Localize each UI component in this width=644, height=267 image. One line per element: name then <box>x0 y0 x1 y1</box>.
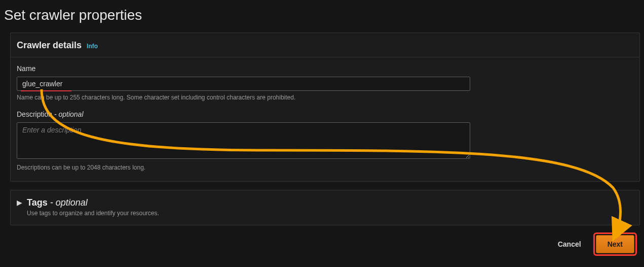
cancel-button[interactable]: Cancel <box>555 236 584 253</box>
page-title: Set crawler properties <box>0 0 644 32</box>
name-label: Name <box>17 64 629 73</box>
tags-heading: Tags - optional <box>27 197 159 208</box>
tags-panel: ▶ Tags - optional Use tags to organize a… <box>10 190 640 225</box>
crawler-details-panel: Crawler details Info Name Name can be up… <box>10 32 640 182</box>
description-field: Description - optional Descriptions can … <box>17 110 629 171</box>
next-button[interactable]: Next <box>596 235 634 253</box>
expand-caret-icon[interactable]: ▶ <box>17 197 22 208</box>
description-label-text: Description <box>17 110 52 118</box>
crawler-details-heading: Crawler details <box>17 40 82 51</box>
tags-description: Use tags to organize and identify your r… <box>27 210 159 217</box>
tags-optional: - optional <box>48 197 88 208</box>
description-label: Description - optional <box>17 110 629 118</box>
name-field: Name Name can be up to 255 characters lo… <box>17 64 629 101</box>
wizard-footer: Cancel Next <box>555 232 637 256</box>
name-hint: Name can be up to 255 characters long. S… <box>17 94 629 101</box>
name-input[interactable] <box>17 77 470 91</box>
description-hint: Descriptions can be up to 2048 character… <box>17 164 629 171</box>
name-annotation-underline <box>21 90 71 91</box>
description-optional: - optional <box>52 110 83 118</box>
tags-title-text: Tags <box>27 197 48 208</box>
crawler-details-header: Crawler details Info <box>11 33 639 57</box>
description-input[interactable] <box>17 122 470 159</box>
next-button-highlight: Next <box>593 232 637 256</box>
info-link[interactable]: Info <box>87 43 98 50</box>
